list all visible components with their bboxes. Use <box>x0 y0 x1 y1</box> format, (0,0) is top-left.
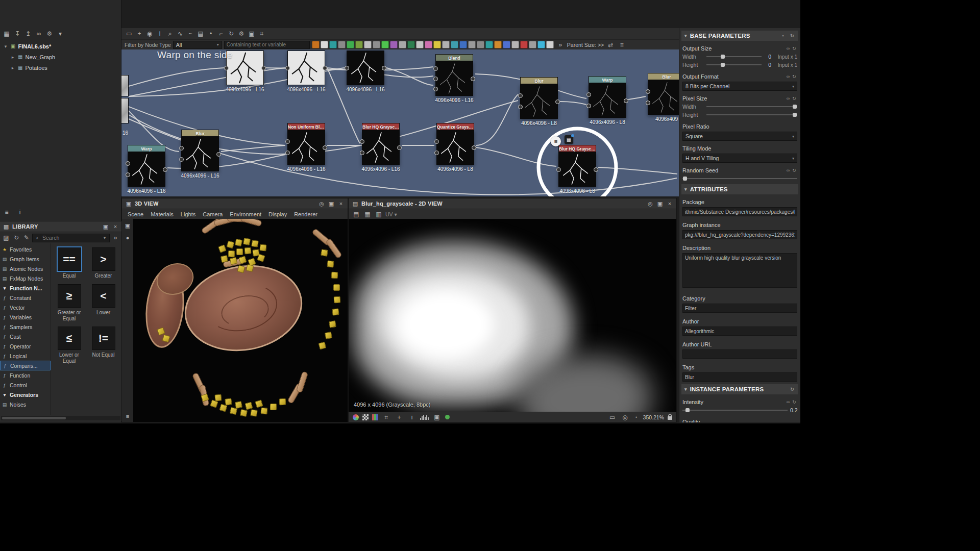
node-shortcut-transformation-icon[interactable] <box>399 41 406 48</box>
node-shortcut-hsl-icon[interactable] <box>390 41 398 48</box>
menu-display[interactable]: Display <box>265 211 290 217</box>
width-slider[interactable] <box>706 104 797 110</box>
graph-node-noise-c[interactable]: 4096x4096 - L16 <box>347 51 384 85</box>
library-node-lower[interactable]: < Lower <box>87 284 120 321</box>
horizontal-scrollbar[interactable] <box>1 416 120 420</box>
input-port[interactable] <box>179 146 184 151</box>
width-slider[interactable] <box>706 54 762 60</box>
input-port[interactable] <box>518 93 523 98</box>
graph-node-blur-hq-grayscale-2[interactable]: Blur HQ Grayscale 4096x4096 - L8 <box>558 145 596 187</box>
link-size-icon[interactable]: ⇄ <box>606 40 615 49</box>
input-port[interactable] <box>433 87 438 91</box>
new-folder-icon[interactable]: ▨ <box>2 233 11 242</box>
node-thumbnail[interactable]: ≥ <box>58 284 81 308</box>
environment-sphere-icon[interactable]: ● <box>124 234 131 241</box>
output-port[interactable] <box>323 145 327 150</box>
input-port[interactable] <box>433 66 438 71</box>
edit-library-icon[interactable]: ✎ <box>22 233 31 242</box>
view3d-viewport[interactable] <box>133 219 348 422</box>
pixel-ratio-dropdown[interactable]: Square ▾ <box>682 132 797 141</box>
output-format-dropdown[interactable]: 8 Bits per Channel ▾ <box>682 82 797 91</box>
graph-node-blend[interactable]: Blend 4096x4096 - L16 <box>435 54 473 96</box>
zoom-level[interactable]: 350.21% <box>643 414 664 420</box>
graph-comment[interactable]: Warp on the side <box>157 49 233 61</box>
section-attributes[interactable]: ▾ ATTRIBUTES <box>681 184 798 194</box>
link-icon[interactable]: ∞ <box>785 167 791 173</box>
graph-node-non-uniform-blur[interactable]: Non Uniform Blur ... 4096x4096 - L16 <box>287 123 325 165</box>
input-port[interactable] <box>285 151 290 155</box>
library-item-cast[interactable]: ƒ Cast <box>0 332 51 341</box>
pixel-dot-icon[interactable]: • <box>633 414 640 420</box>
node-type-dropdown[interactable]: All ▾ <box>173 41 222 49</box>
input-port[interactable] <box>126 172 130 177</box>
display-material-icon[interactable]: ▣ <box>124 222 131 229</box>
node-shortcut-bevel-icon[interactable] <box>546 41 554 48</box>
input-port[interactable] <box>179 157 184 162</box>
author-url-field[interactable] <box>682 349 797 359</box>
output-port[interactable] <box>555 99 560 104</box>
description-field[interactable]: Uniform high quality blur grayscale vers… <box>682 253 797 288</box>
library-item-noises[interactable]: ▤ Noises <box>0 399 51 409</box>
library-section-generators[interactable]: ▾ Generators <box>0 390 51 399</box>
graph-node-blur-left[interactable]: Blur 4096x4096 - L16 <box>181 130 219 171</box>
node-shortcut-safe-transform-icon[interactable] <box>451 41 458 48</box>
parent-size-label[interactable]: Parent Size: >> <box>567 42 604 48</box>
package-field[interactable] <box>682 207 797 216</box>
output-port[interactable] <box>323 66 327 70</box>
transform-uv-icon[interactable]: + <box>395 413 404 422</box>
node-shortcut-uniform-color-icon[interactable] <box>312 41 320 48</box>
graph-node-blur-hq-grayscale-1[interactable]: Blur HQ Grayscale 4096x4096 - L16 <box>362 123 400 165</box>
node-shortcut-gradient-map-icon[interactable] <box>373 41 380 48</box>
node-thumbnail[interactable] <box>347 51 384 85</box>
pin-icon[interactable]: ◎ <box>647 200 654 207</box>
library-item-variables[interactable]: ƒ Variables <box>0 312 51 322</box>
link-icon[interactable]: ∞ <box>785 73 791 80</box>
node-shortcut-distance-icon[interactable] <box>477 41 484 48</box>
node-thumbnail[interactable]: != <box>92 327 115 350</box>
channels-icon[interactable]: ▤ <box>352 210 361 219</box>
float-panel-icon[interactable]: ▣ <box>328 200 335 207</box>
output-port[interactable] <box>594 167 598 172</box>
grid-snap-icon[interactable]: ⌗ <box>257 29 266 38</box>
chevron-down-icon[interactable]: ▾ <box>56 29 65 38</box>
input-port[interactable] <box>360 151 364 155</box>
frame-comment-icon[interactable]: ▣ <box>247 29 256 38</box>
rgb-channels-icon[interactable] <box>372 414 378 420</box>
node-shortcut-tile-sampler-icon[interactable] <box>485 41 493 48</box>
display-mode-icon[interactable]: ▤ <box>196 29 205 38</box>
pin-icon[interactable]: ◎ <box>318 200 325 207</box>
node-thumbnail[interactable] <box>435 61 473 96</box>
library-item-comparis[interactable]: ƒ Comparis... <box>0 361 51 370</box>
output-port[interactable] <box>382 66 386 70</box>
scrollbar-thumb[interactable] <box>2 417 66 419</box>
intensity-slider[interactable] <box>682 407 788 413</box>
save-icon[interactable]: ▦ <box>2 29 11 38</box>
library-item-vector[interactable]: ƒ Vector <box>0 303 51 312</box>
node-shortcut-emboss-icon[interactable] <box>433 41 441 48</box>
node-shortcut-blur-icon[interactable] <box>329 41 337 48</box>
output-port[interactable] <box>163 167 167 172</box>
expander-icon[interactable]: ▸ <box>10 55 15 60</box>
input-port[interactable] <box>224 66 229 70</box>
output-port[interactable] <box>624 98 628 103</box>
capture-frame-icon[interactable]: ▭ <box>125 29 134 38</box>
link-icon[interactable]: ∞ <box>785 95 791 102</box>
input-port[interactable] <box>646 89 650 94</box>
library-item-function[interactable]: ƒ Function <box>0 370 51 380</box>
category-field[interactable] <box>682 304 797 313</box>
menu-renderer[interactable]: Renderer <box>290 211 321 217</box>
author-field[interactable] <box>682 327 797 336</box>
library-node-greater[interactable]: > Greater <box>87 247 120 279</box>
library-node-not-equal[interactable]: != Not Equal <box>87 327 120 364</box>
node-shortcut-curve-icon[interactable] <box>347 41 354 48</box>
node-shortcut-levels-icon[interactable] <box>364 41 372 48</box>
info-icon[interactable]: i <box>407 413 416 422</box>
library-more-icon[interactable]: » <box>111 233 120 242</box>
node-shortcut-channel-shuffle-icon[interactable] <box>338 41 346 48</box>
expander-icon[interactable]: ▸ <box>10 65 15 70</box>
more-node-types-icon[interactable]: » <box>556 40 565 49</box>
import-icon[interactable]: ↧ <box>13 29 22 38</box>
node-thumbnail[interactable] <box>558 152 596 187</box>
tree-item-new-graph[interactable]: ▸ ▦ New_Graph <box>0 52 121 62</box>
node-shortcut-vegetation-icon[interactable] <box>407 41 415 48</box>
